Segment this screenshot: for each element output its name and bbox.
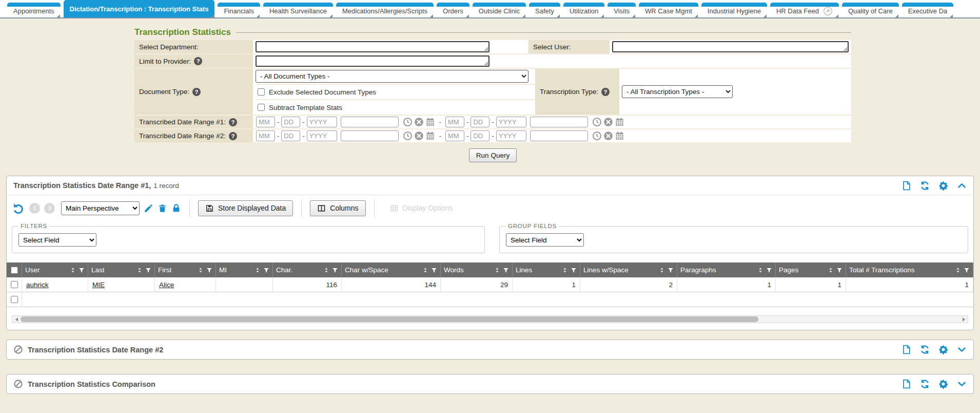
column-header-first[interactable]: First — [155, 262, 216, 277]
date2-start-month-input[interactable] — [256, 130, 275, 141]
undo-icon[interactable] — [12, 202, 24, 214]
clear-icon[interactable] — [603, 117, 613, 127]
document-type-select[interactable]: - All Document Types - — [256, 70, 528, 83]
sort-icon[interactable] — [254, 267, 261, 273]
date2-end-year-input[interactable] — [496, 130, 526, 141]
refresh-icon[interactable] — [920, 345, 930, 354]
sort-icon[interactable] — [955, 267, 961, 273]
tab-industrial-hygiene[interactable]: Industrial Hygiene — [701, 3, 767, 17]
columns-button[interactable]: Columns — [310, 200, 365, 216]
tab-executive[interactable]: Executive Da — [902, 3, 954, 17]
clear-icon[interactable] — [414, 117, 424, 127]
sort-icon[interactable] — [422, 267, 428, 273]
sort-icon[interactable] — [494, 267, 500, 273]
date1-start-month-input[interactable] — [256, 117, 275, 127]
tab-wr-case-mgmt[interactable]: WR Case Mgmt — [639, 3, 698, 17]
column-header-words[interactable]: Words — [441, 262, 513, 277]
tab-visits[interactable]: Visits — [607, 3, 636, 17]
clock-icon[interactable] — [592, 131, 602, 141]
clock-icon[interactable] — [403, 117, 413, 127]
group-select-field[interactable]: Select Field — [506, 233, 584, 247]
lock-icon[interactable] — [171, 203, 181, 213]
help-icon[interactable]: ? — [192, 88, 201, 96]
exclude-document-types-checkbox[interactable] — [258, 88, 265, 96]
expand-chevron-icon[interactable] — [957, 379, 967, 389]
date1-start-time-input[interactable] — [341, 117, 399, 127]
date1-start-day-input[interactable] — [281, 117, 300, 127]
clear-icon[interactable] — [603, 131, 613, 141]
filter-icon[interactable] — [668, 267, 674, 273]
refresh-icon[interactable] — [920, 379, 930, 389]
date1-end-time-input[interactable] — [530, 117, 588, 127]
store-displayed-data-button[interactable]: Store Displayed Data — [198, 200, 293, 216]
column-header-pages[interactable]: Pages — [776, 262, 846, 277]
sort-icon[interactable] — [70, 267, 76, 273]
filter-icon[interactable] — [145, 267, 151, 273]
column-header-lines[interactable]: Lines — [513, 262, 580, 277]
filter-icon[interactable] — [332, 267, 338, 273]
sort-icon[interactable] — [323, 267, 329, 273]
filter-icon[interactable] — [79, 267, 85, 273]
column-header-lines-w-space[interactable]: Lines w/Space — [580, 262, 677, 277]
date2-start-day-input[interactable] — [281, 130, 300, 141]
tab-orders[interactable]: Orders — [437, 3, 469, 17]
calendar-icon[interactable] — [615, 131, 624, 141]
gear-icon[interactable] — [938, 379, 948, 389]
date2-end-time-input[interactable] — [530, 130, 588, 141]
transcription-type-select[interactable]: - All Transcription Types - — [622, 85, 733, 98]
filter-icon[interactable] — [766, 267, 772, 273]
user-link[interactable]: auhrick — [26, 281, 49, 289]
new-page-icon[interactable] — [901, 181, 911, 191]
sort-icon[interactable] — [198, 267, 204, 273]
sort-icon[interactable] — [828, 267, 834, 273]
sort-icon[interactable] — [659, 267, 665, 273]
select-department-input[interactable] — [257, 42, 488, 51]
help-icon[interactable]: ? — [229, 132, 237, 140]
clear-icon[interactable] — [414, 131, 424, 141]
limit-to-provider-input[interactable] — [257, 57, 488, 66]
column-header-char[interactable]: Char. — [273, 262, 342, 277]
edit-pencil-icon[interactable] — [144, 203, 153, 213]
date1-start-year-input[interactable] — [307, 117, 337, 127]
date2-start-year-input[interactable] — [307, 130, 337, 141]
filters-select-field[interactable]: Select Field — [18, 233, 96, 247]
help-icon[interactable]: ? — [601, 88, 610, 96]
calendar-icon[interactable] — [425, 117, 435, 127]
date1-end-year-input[interactable] — [496, 117, 526, 127]
tab-utilization[interactable]: Utilization — [563, 3, 604, 17]
subtract-template-stats-checkbox[interactable] — [258, 104, 265, 111]
filter-icon[interactable] — [263, 267, 269, 273]
calendar-icon[interactable] — [615, 117, 624, 127]
trash-icon[interactable] — [158, 203, 167, 213]
column-header-last[interactable]: Last — [88, 262, 155, 277]
prev-perspective-button[interactable] — [29, 203, 40, 214]
filter-icon[interactable] — [571, 267, 577, 273]
select-user-input[interactable] — [613, 42, 848, 51]
perspective-select[interactable]: Main Perspective — [61, 201, 140, 215]
clock-icon[interactable] — [592, 117, 602, 127]
column-header-mi[interactable]: MI — [216, 262, 273, 277]
sort-icon[interactable] — [562, 267, 568, 273]
calendar-icon[interactable] — [425, 131, 435, 141]
gear-icon[interactable] — [938, 345, 948, 354]
column-header-paragraphs[interactable]: Paragraphs — [677, 262, 776, 277]
filter-icon[interactable] — [836, 267, 842, 273]
expand-chevron-icon[interactable] — [957, 345, 967, 354]
filter-icon[interactable] — [206, 267, 212, 273]
tab-safety[interactable]: Safety — [529, 3, 560, 17]
tab-health-surveillance[interactable]: Health Surveillance — [263, 3, 333, 17]
tab-dictation-transcription-stats[interactable]: Dictation/Transcription : Transcription … — [64, 0, 215, 17]
next-perspective-button[interactable] — [44, 203, 55, 214]
column-header-char-w-space[interactable]: Char w/Space — [342, 262, 441, 277]
select-all-checkbox[interactable] — [11, 267, 18, 274]
tab-medications-allergies-scripts[interactable]: Medications/Allergies/Scripts — [336, 3, 434, 17]
filter-icon[interactable] — [964, 267, 970, 273]
gear-icon[interactable] — [938, 181, 948, 191]
external-link-icon[interactable] — [823, 6, 833, 16]
clock-icon[interactable] — [403, 131, 413, 141]
column-header-user[interactable]: User — [22, 262, 88, 277]
new-page-icon[interactable] — [901, 379, 911, 389]
date1-end-month-input[interactable] — [445, 117, 464, 127]
run-query-button[interactable]: Run Query — [469, 148, 517, 162]
collapse-chevron-icon[interactable] — [957, 181, 967, 191]
